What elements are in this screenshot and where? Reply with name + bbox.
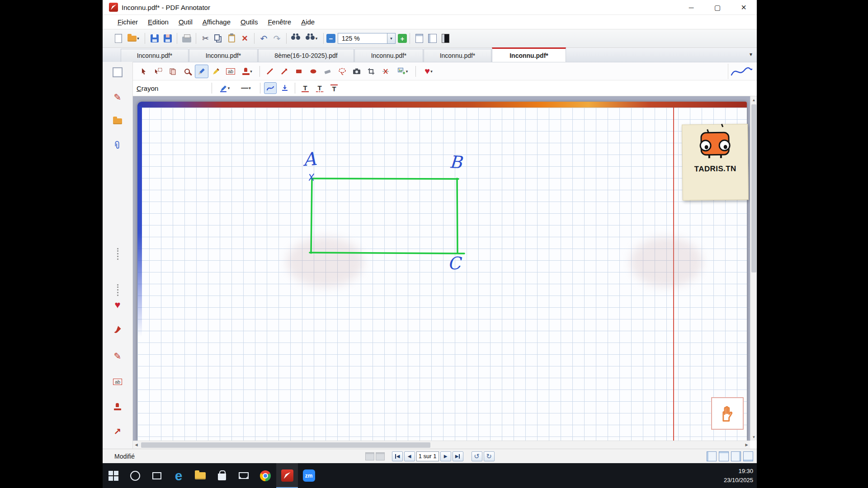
paste-button[interactable] xyxy=(226,33,238,45)
menu-edition[interactable]: Edition xyxy=(143,16,174,28)
page-layout-2-button[interactable] xyxy=(426,33,439,45)
menu-fichier[interactable]: Fichier xyxy=(113,16,143,28)
taskbar-file-explorer[interactable] xyxy=(189,463,211,488)
delete-button[interactable]: × xyxy=(239,33,251,45)
menu-outil[interactable]: Outil xyxy=(174,16,198,28)
menu-outils[interactable]: Outils xyxy=(236,16,263,28)
taskbar-edge[interactable]: e xyxy=(168,463,189,488)
page-layout-button[interactable] xyxy=(413,33,425,45)
minimize-button[interactable]: ─ xyxy=(678,0,704,15)
pen-tool-shortcut[interactable]: ✎ xyxy=(109,89,126,105)
start-button[interactable] xyxy=(103,463,124,488)
cursor-tool[interactable] xyxy=(137,65,151,78)
tab-document-6-active[interactable]: Inconnu.pdf* xyxy=(492,47,566,62)
select-annotation-tool[interactable] xyxy=(151,65,165,78)
tab-document-4[interactable]: Inconnu.pdf* xyxy=(354,49,423,62)
scroll-left-button[interactable]: ◀ xyxy=(133,441,140,449)
menu-aide[interactable]: Aide xyxy=(296,16,320,28)
stamp-tool[interactable]: ▾ xyxy=(238,65,256,78)
line-tool[interactable] xyxy=(263,65,277,78)
horizontal-scrollbar[interactable]: ◀ ▶ xyxy=(133,441,750,449)
lasso-eraser-tool[interactable] xyxy=(335,65,349,78)
next-page-button[interactable]: ▶ xyxy=(440,451,451,461)
zoom-out-button[interactable]: − xyxy=(326,34,335,43)
restore-button[interactable]: ▢ xyxy=(704,0,731,15)
pen-tool-selected[interactable] xyxy=(195,65,208,78)
document-canvas[interactable]: A B C TADRIS.TN xyxy=(133,96,750,441)
folder-shortcut[interactable] xyxy=(109,113,126,129)
redo-button[interactable]: ↷ xyxy=(271,33,283,45)
sidebar-toggle-button[interactable] xyxy=(439,33,452,45)
line-width-selector[interactable]: — ▾ xyxy=(236,82,256,94)
ellipse-tool[interactable] xyxy=(307,65,320,78)
horizontal-scroll-thumb[interactable] xyxy=(141,442,430,448)
tab-list-dropdown[interactable]: ▼ xyxy=(749,52,753,57)
zoom-in-button[interactable]: + xyxy=(398,34,407,43)
menu-fenetre[interactable]: Fenêtre xyxy=(263,16,296,28)
zoom-combobox[interactable]: 125 % ▼ xyxy=(338,33,396,44)
pdf-page[interactable]: A B C TADRIS.TN xyxy=(137,102,747,441)
find-options-button[interactable]: ▾ xyxy=(303,33,320,45)
open-button[interactable]: ▾ xyxy=(125,33,142,45)
page-indicator[interactable]: 1 sur 1 xyxy=(416,451,439,461)
pencil-tool[interactable]: ✎ xyxy=(109,348,126,364)
view-full-button[interactable] xyxy=(743,451,753,461)
favorite-heart-tool[interactable]: ♥ xyxy=(109,297,126,313)
arrow-tool[interactable] xyxy=(278,65,291,78)
zoom-dropdown-arrow[interactable]: ▼ xyxy=(387,33,395,43)
text-box-tool-shortcut[interactable]: ab xyxy=(109,374,126,390)
tab-document-2[interactable]: Inconnu.pdf* xyxy=(189,49,258,62)
taskbar-zoom[interactable]: zm xyxy=(298,463,320,488)
scroll-down-button[interactable]: ▼ xyxy=(750,433,757,441)
taskbar-store[interactable] xyxy=(211,463,233,488)
snap-to-line-toggle[interactable] xyxy=(278,82,291,94)
attachment-tool[interactable] xyxy=(109,137,126,154)
scroll-up-button[interactable]: ▲ xyxy=(750,96,757,103)
tab-document-1[interactable]: Inconnu.pdf* xyxy=(121,49,189,62)
text-box-tool[interactable]: ab xyxy=(224,65,237,78)
previous-page-button[interactable]: ◀ xyxy=(404,451,415,461)
view-sidebar-right-button[interactable] xyxy=(731,451,741,461)
arrow-tool-shortcut[interactable]: ↗ xyxy=(109,423,126,440)
cortana-search-button[interactable] xyxy=(124,463,146,488)
undo-button[interactable]: ↶ xyxy=(258,33,270,45)
history-back-button[interactable]: ↺ xyxy=(472,451,482,461)
highlighter-tool[interactable] xyxy=(209,65,223,78)
insert-image-tool[interactable]: ▾ xyxy=(393,65,412,78)
taskbar-clock[interactable]: 19:30 23/10/2025 xyxy=(724,463,753,488)
current-pen-preview[interactable] xyxy=(728,64,754,79)
rectangle-tool[interactable] xyxy=(292,65,306,78)
text-underline-option[interactable]: T xyxy=(299,82,311,94)
crop-tool[interactable] xyxy=(364,65,378,78)
first-page-button[interactable]: ◀ xyxy=(392,451,403,461)
text-dotted-option[interactable]: T xyxy=(313,82,326,94)
pan-tool[interactable] xyxy=(166,65,179,78)
taskbar-pdf-annotator-active[interactable] xyxy=(276,463,298,488)
save-button[interactable] xyxy=(148,33,160,45)
delete-annotation-tool[interactable] xyxy=(379,65,392,78)
last-page-button[interactable]: ▶ xyxy=(453,451,463,461)
blank-page-tool[interactable] xyxy=(109,64,126,80)
close-button[interactable]: × xyxy=(731,0,757,15)
copy-button[interactable] xyxy=(212,33,225,45)
eraser-tool[interactable] xyxy=(321,65,335,78)
brush-tool[interactable] xyxy=(109,322,126,338)
save-as-button[interactable] xyxy=(161,33,174,45)
strip-drag-grip-2[interactable] xyxy=(109,282,126,298)
scroll-right-button[interactable]: ▶ xyxy=(743,441,750,449)
page-thumbnails-icon[interactable] xyxy=(376,452,385,460)
pen-color-selector[interactable]: ▾ xyxy=(216,82,234,94)
new-document-button[interactable] xyxy=(112,33,124,45)
smooth-ink-toggle-selected[interactable] xyxy=(264,82,277,94)
text-overline-option[interactable]: T xyxy=(328,82,340,94)
history-forward-button[interactable]: ↻ xyxy=(484,451,495,461)
tab-document-3[interactable]: 8ème(16-10-2025).pdf xyxy=(258,49,354,62)
find-button[interactable] xyxy=(290,33,302,45)
view-sidebar-left-button[interactable] xyxy=(707,451,717,461)
menu-affichage[interactable]: Affichage xyxy=(198,16,236,28)
print-button[interactable] xyxy=(180,33,193,45)
task-view-button[interactable] xyxy=(146,463,168,488)
view-single-page-button[interactable] xyxy=(719,451,729,461)
snapshot-tool[interactable] xyxy=(350,65,363,78)
vertical-scrollbar[interactable]: ▲ ▼ xyxy=(750,96,757,441)
